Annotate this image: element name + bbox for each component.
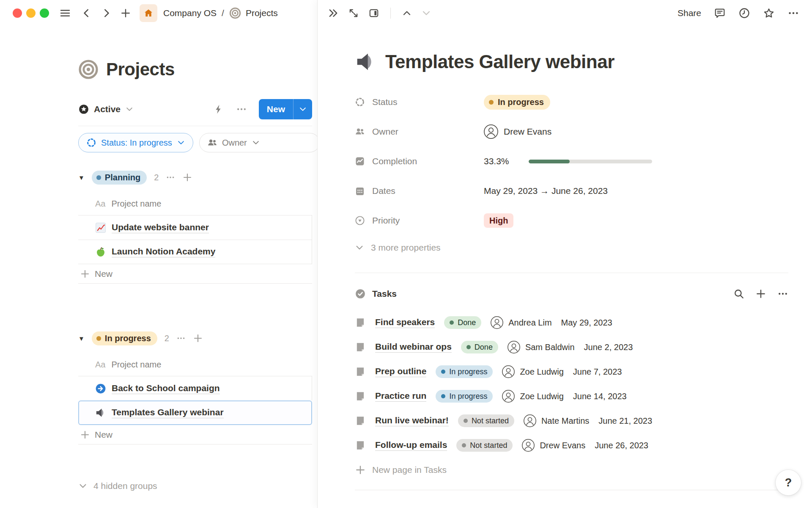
group-add-icon[interactable] xyxy=(182,172,192,182)
task-assignee[interactable]: Sam Baldwin xyxy=(508,341,575,353)
project-title-link[interactable]: Launch Notion Academy xyxy=(112,246,215,257)
updates-clock-icon[interactable] xyxy=(738,7,750,19)
owner-person[interactable]: Drew Evans xyxy=(484,124,551,139)
add-task-icon[interactable] xyxy=(755,288,766,299)
share-button[interactable]: Share xyxy=(678,8,701,18)
automation-icon[interactable] xyxy=(213,104,224,115)
project-title-link[interactable]: Update website banner xyxy=(112,222,209,233)
task-title-link[interactable]: Follow-up emails xyxy=(375,440,447,451)
search-icon[interactable] xyxy=(733,288,744,299)
task-assignee[interactable]: Nate Martins xyxy=(524,414,589,427)
task-assignee[interactable]: Zoe Ludwig xyxy=(502,390,563,403)
project-row-back-to-school-campaign[interactable]: Back to School campaign xyxy=(78,376,312,400)
task-title-link[interactable]: Practice run xyxy=(375,391,426,402)
group-options-icon[interactable] xyxy=(166,173,175,182)
task-status-pill[interactable]: In progress xyxy=(436,390,493,403)
property-dates[interactable]: Dates May 29, 2023 → June 26, 2023 xyxy=(355,181,788,201)
expand-page-icon[interactable] xyxy=(348,8,359,19)
task-status-label: In progress xyxy=(449,367,487,376)
task-status-pill[interactable]: In progress xyxy=(436,365,493,378)
project-title-link[interactable]: Templates Gallery webinar xyxy=(112,407,224,418)
task-status-pill[interactable]: Not started xyxy=(456,439,513,452)
property-completion[interactable]: Completion 33.3% xyxy=(355,152,788,171)
speaker-page-icon[interactable] xyxy=(355,51,377,73)
previous-page-icon[interactable] xyxy=(402,8,412,18)
projects-database-icon[interactable] xyxy=(78,59,99,80)
hidden-groups-toggle[interactable]: 4 hidden groups xyxy=(78,481,312,491)
column-header-project-name[interactable]: Aa Project name xyxy=(78,192,312,215)
date-range[interactable]: May 29, 2023 → June 26, 2023 xyxy=(484,186,608,196)
project-row-launch-notion-academy[interactable]: Launch Notion Academy xyxy=(78,240,312,264)
nav-forward-icon[interactable] xyxy=(101,8,112,19)
new-tab-icon[interactable] xyxy=(120,8,131,19)
task-title-link[interactable]: Find speakers xyxy=(375,317,435,328)
collapse-group-icon[interactable]: ▼ xyxy=(78,174,85,181)
status-pill[interactable]: In progress xyxy=(484,95,550,110)
minimize-window-button[interactable] xyxy=(26,8,36,18)
group-add-icon[interactable] xyxy=(193,333,203,343)
sidebar-menu-icon[interactable] xyxy=(59,7,71,19)
property-priority[interactable]: Priority High xyxy=(355,211,788,230)
new-dropdown-icon[interactable] xyxy=(294,105,312,113)
task-status-pill[interactable]: Done xyxy=(444,316,481,329)
new-page-in-tasks[interactable]: New page in Tasks xyxy=(355,458,788,481)
task-assignee[interactable]: Andrea Lim xyxy=(491,316,551,329)
group-status-pill[interactable]: In progress xyxy=(92,331,157,345)
task-due-date[interactable]: May 29, 2023 xyxy=(561,318,612,328)
task-due-date[interactable]: June 21, 2023 xyxy=(598,416,652,426)
group-options-icon[interactable] xyxy=(176,334,186,343)
close-peek-icon[interactable] xyxy=(328,8,339,19)
task-assignee[interactable]: Zoe Ludwig xyxy=(502,365,563,378)
assignee-name: Sam Baldwin xyxy=(525,342,575,352)
breadcrumb-workspace[interactable]: Company OS xyxy=(163,8,217,18)
filter-owner-chip[interactable]: Owner xyxy=(199,133,317,152)
task-due-date[interactable]: June 14, 2023 xyxy=(573,392,627,401)
property-owner[interactable]: Owner Drew Evans xyxy=(355,122,788,141)
task-status-pill[interactable]: Not started xyxy=(458,414,514,427)
next-page-icon[interactable] xyxy=(421,8,431,18)
tasks-title[interactable]: Tasks xyxy=(372,289,397,299)
new-project-row[interactable]: New xyxy=(78,425,312,444)
task-due-date[interactable]: June 7, 2023 xyxy=(573,367,622,377)
task-title-link[interactable]: Prep outline xyxy=(375,366,426,377)
property-label-text: Owner xyxy=(372,127,398,137)
database-content: Projects Active New xyxy=(0,58,312,491)
more-options-icon[interactable] xyxy=(787,7,799,19)
more-properties-toggle[interactable]: 3 more properties xyxy=(355,241,788,254)
task-status-pill[interactable]: Done xyxy=(461,341,498,353)
group-status-pill[interactable]: Planning xyxy=(92,171,147,185)
project-row-update-website-banner[interactable]: Update website banner xyxy=(78,215,312,240)
task-due-date[interactable]: June 2, 2023 xyxy=(584,342,633,352)
fullscreen-window-button[interactable] xyxy=(40,8,49,18)
comments-icon[interactable] xyxy=(714,7,726,19)
assignee-name: Nate Martins xyxy=(541,416,589,426)
favorite-star-icon[interactable] xyxy=(763,7,775,19)
new-project-row[interactable]: New xyxy=(78,264,312,284)
task-title-link[interactable]: Run live webinar! xyxy=(375,415,449,426)
task-assignee[interactable]: Drew Evans xyxy=(522,439,585,452)
priority-high-tag[interactable]: High xyxy=(484,213,513,228)
blue-arrow-right-icon xyxy=(95,383,106,394)
chart-box-icon xyxy=(355,156,365,166)
nav-back-icon[interactable] xyxy=(81,8,92,19)
close-window-button[interactable] xyxy=(13,8,22,18)
view-options-icon[interactable] xyxy=(236,104,247,115)
breadcrumb: Company OS / Projects xyxy=(163,7,278,19)
filter-status-chip[interactable]: Status: In progress xyxy=(78,133,193,152)
help-button[interactable]: ? xyxy=(776,470,801,495)
side-peek-icon[interactable] xyxy=(368,8,379,19)
view-actions: New xyxy=(213,99,312,119)
view-selector[interactable]: Active xyxy=(78,104,134,115)
project-row-templates-gallery-webinar-selected[interactable]: Templates Gallery webinar xyxy=(78,400,312,425)
text-type-icon: Aa xyxy=(95,360,105,370)
new-button[interactable]: New xyxy=(259,99,312,119)
task-title-link[interactable]: Build webinar ops xyxy=(375,342,452,353)
property-status[interactable]: Status In progress xyxy=(355,92,788,112)
collapse-group-icon[interactable]: ▼ xyxy=(78,335,85,342)
column-header-project-name[interactable]: Aa Project name xyxy=(78,353,312,376)
home-icon[interactable] xyxy=(140,4,157,22)
task-due-date[interactable]: June 26, 2023 xyxy=(595,441,648,450)
breadcrumb-page[interactable]: Projects xyxy=(246,8,278,18)
tasks-options-icon[interactable] xyxy=(777,288,788,299)
project-title-link[interactable]: Back to School campaign xyxy=(112,383,220,394)
